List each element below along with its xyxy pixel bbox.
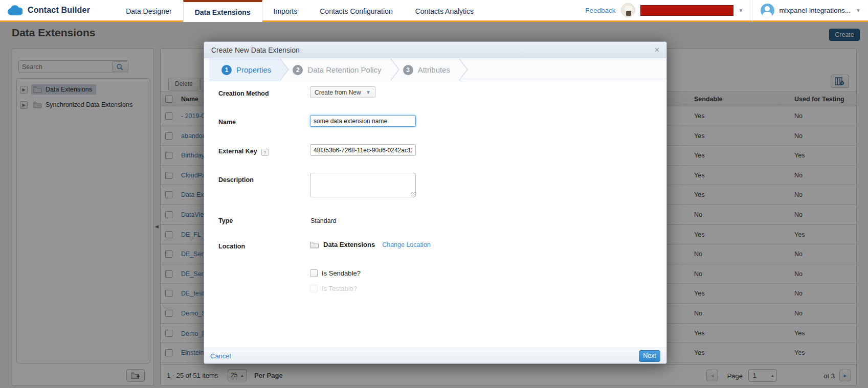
wizard-steps: 1 Properties 2 Data Retention Policy 3 A… — [204, 58, 666, 81]
cancel-link[interactable]: Cancel — [210, 352, 231, 360]
redacted-account-badge — [640, 5, 733, 16]
is-testable-checkbox — [310, 285, 318, 292]
app-title: Contact Builder — [28, 6, 90, 15]
type-label: Type — [218, 217, 233, 224]
type-value: Standard — [310, 217, 337, 224]
help-icon[interactable]: ? — [261, 149, 269, 156]
textarea-resize-handle[interactable] — [411, 192, 415, 197]
next-button[interactable]: Next — [639, 350, 660, 362]
creation-method-dropdown[interactable]: Create from New ▼ — [310, 86, 375, 98]
user-avatar-icon[interactable] — [761, 4, 774, 17]
external-key-label: External Key? — [218, 148, 269, 156]
step-label: Attributes — [418, 65, 450, 74]
nav-item-label: Imports — [274, 7, 298, 15]
einstein-avatar[interactable] — [621, 3, 635, 17]
nav-item-label: Contacts Configuration — [320, 7, 392, 15]
location-folder-icon — [310, 241, 319, 248]
step-label: Properties — [236, 65, 271, 74]
is-sendable-row: Is Sendable? — [310, 269, 361, 277]
wizard-step[interactable]: 1 Properties — [209, 58, 280, 81]
divider — [752, 0, 752, 21]
cloud-logo-icon — [7, 5, 23, 16]
step-label: Data Retention Policy — [307, 65, 381, 74]
feedback-link[interactable]: Feedback — [585, 7, 615, 14]
location-row: Data Extensions Change Location — [310, 241, 431, 248]
location-label: Location — [218, 243, 245, 250]
brand[interactable]: Contact Builder — [0, 0, 100, 20]
description-label: Description — [218, 176, 254, 184]
is-testable-label: Is Testable? — [322, 285, 357, 292]
modal-header: Create New Data Extension × — [204, 42, 666, 58]
wizard-step[interactable]: 3 Attributes — [391, 58, 459, 81]
is-sendable-label: Is Sendable? — [322, 269, 361, 277]
nav-item-label: Contacts Analytics — [415, 7, 474, 15]
nav-item[interactable]: Contacts Analytics — [404, 0, 485, 20]
name-label: Name — [218, 119, 236, 126]
nav-item[interactable]: Imports — [262, 0, 309, 20]
creation-method-label: Creation Method — [218, 90, 269, 97]
nav-item-label: Data Designer — [126, 7, 172, 15]
description-textarea[interactable] — [310, 173, 416, 197]
external-key-label-text: External Key — [218, 148, 257, 155]
is-sendable-checkbox[interactable] — [310, 269, 318, 277]
modal-footer: Cancel Next — [204, 348, 666, 363]
name-input[interactable] — [310, 115, 416, 127]
account-name: mixpanel-integrations... — [780, 7, 851, 14]
location-value: Data Extensions — [323, 241, 375, 248]
step-number-badge: 1 — [221, 65, 232, 75]
external-key-input[interactable] — [310, 144, 416, 156]
close-icon[interactable]: × — [655, 46, 659, 54]
nav-item[interactable]: Data Designer — [115, 0, 183, 20]
nav-right-cluster: Feedback ▼ mixpanel-integrations... ▼ — [585, 0, 868, 20]
app-window: Contact Builder Data DesignerData Extens… — [0, 0, 868, 388]
creation-method-value: Create from New — [315, 89, 361, 96]
nav-tabs: Data DesignerData ExtensionsImportsConta… — [115, 0, 485, 20]
account-caret-down-icon[interactable]: ▼ — [856, 8, 861, 13]
nav-item-label: Data Extensions — [195, 8, 251, 16]
nav-item[interactable]: Data Extensions — [183, 0, 262, 22]
step-number-badge: 3 — [403, 65, 413, 75]
step-number-badge: 2 — [293, 65, 303, 75]
change-location-link[interactable]: Change Location — [382, 241, 431, 248]
top-nav: Contact Builder Data DesignerData Extens… — [0, 0, 868, 22]
caret-down-icon[interactable]: ▼ — [739, 8, 744, 13]
wizard-step[interactable]: 2 Data Retention Policy — [280, 58, 390, 81]
nav-item[interactable]: Contacts Configuration — [308, 0, 404, 20]
modal-title: Create New Data Extension — [211, 46, 300, 54]
is-testable-row: Is Testable? — [310, 285, 357, 292]
dropdown-caret-icon: ▼ — [366, 89, 371, 95]
create-data-extension-modal: Create New Data Extension × 1 Properties… — [204, 41, 667, 364]
